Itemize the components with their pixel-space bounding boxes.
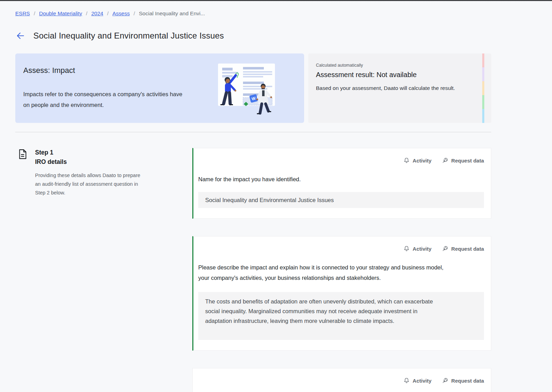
step-description: Providing these details allows Daato to … (35, 171, 143, 197)
pie-arrow-icon (442, 157, 448, 164)
page-title: Social Inequality and Environmental Just… (33, 31, 224, 41)
document-icon (18, 149, 27, 159)
request-data-button[interactable]: Request data (442, 245, 484, 252)
stripe-segment-red (482, 53, 484, 67)
card-actions: Activity Request data (198, 377, 484, 384)
request-data-label: Request data (451, 246, 484, 252)
breadcrumb-link-double-materiality[interactable]: Double Materiality (39, 10, 82, 17)
back-arrow-icon (16, 31, 25, 41)
result-title: Assessment result: Not available (316, 71, 469, 79)
step1-section: Step 1 IRO details Providing these detai… (15, 148, 552, 392)
stripe-segment-purple (482, 67, 484, 81)
activity-button[interactable]: Activity (403, 377, 432, 384)
window-top-edge (0, 0, 552, 1)
card-actions: Activity Request data (198, 157, 484, 164)
step-text: Step 1 IRO details Providing these detai… (35, 148, 143, 197)
request-data-label: Request data (451, 378, 484, 384)
breadcrumb-separator: / (107, 10, 108, 17)
result-eyebrow: Calculated automatically (316, 63, 469, 68)
activity-button[interactable]: Activity (403, 157, 432, 164)
card-actions: Activity Request data (198, 245, 484, 252)
bell-icon (403, 377, 410, 384)
back-button[interactable] (15, 31, 26, 41)
breadcrumb-link-2024[interactable]: 2024 (91, 10, 103, 17)
impact-description-label: Please describe the impact and explain h… (198, 262, 455, 283)
section-divider (15, 132, 491, 132)
question-card-next: Activity Request data (192, 368, 491, 392)
title-row: Social Inequality and Environmental Just… (15, 31, 552, 41)
bell-icon (403, 157, 410, 164)
assessment-result-card: Calculated automatically Assessment resu… (308, 53, 491, 123)
request-data-button[interactable]: Request data (442, 377, 484, 384)
stripe-segment-green (482, 95, 484, 109)
activity-button[interactable]: Activity (403, 245, 432, 252)
step-info-column: Step 1 IRO details Providing these detai… (15, 148, 192, 392)
pie-arrow-icon (442, 377, 448, 384)
breadcrumb-separator: / (134, 10, 135, 17)
breadcrumb-separator: / (34, 10, 35, 17)
breadcrumb-link-esrs[interactable]: ESRS (15, 10, 30, 17)
activity-label: Activity (413, 378, 432, 384)
breadcrumb-separator: / (86, 10, 87, 17)
result-color-stripe (482, 53, 484, 123)
bell-icon (403, 245, 410, 252)
question-card-impact-name: Activity Request data Name for the impac… (192, 148, 491, 219)
step-label: Step 1 (35, 148, 143, 157)
stripe-segment-orange (482, 81, 484, 95)
impact-name-input[interactable] (198, 192, 484, 208)
activity-label: Activity (413, 158, 432, 164)
step-name: IRO details (35, 157, 143, 167)
request-data-button[interactable]: Request data (442, 157, 484, 164)
activity-label: Activity (413, 246, 432, 252)
impact-name-label: Name for the impact you have identified. (198, 174, 455, 184)
assess-card-description: Impacts refer to the consequences a comp… (23, 89, 184, 110)
page: ESRS / Double Materiality / 2024 / Asses… (0, 10, 552, 392)
breadcrumb: ESRS / Double Materiality / 2024 / Asses… (15, 10, 552, 17)
impact-description-textarea[interactable]: The costs and benefits of adaptation are… (198, 292, 484, 340)
hero-row: Assess: Impact Impacts refer to the cons… (15, 53, 552, 123)
stripe-segment-blue (482, 109, 484, 123)
breadcrumb-current: Social Inequality and Envi... (139, 10, 205, 17)
breadcrumb-link-assess[interactable]: Assess (112, 10, 130, 17)
question-card-impact-description: Activity Request data Please describe th… (192, 236, 491, 351)
assess-impact-card: Assess: Impact Impacts refer to the cons… (15, 53, 304, 123)
request-data-label: Request data (451, 158, 484, 164)
question-cards-column: Activity Request data Name for the impac… (192, 148, 491, 392)
result-description: Based on your assessment, Daato will cal… (316, 84, 459, 93)
people-document-illustration: W PDF (216, 62, 277, 116)
pie-arrow-icon (442, 245, 448, 252)
